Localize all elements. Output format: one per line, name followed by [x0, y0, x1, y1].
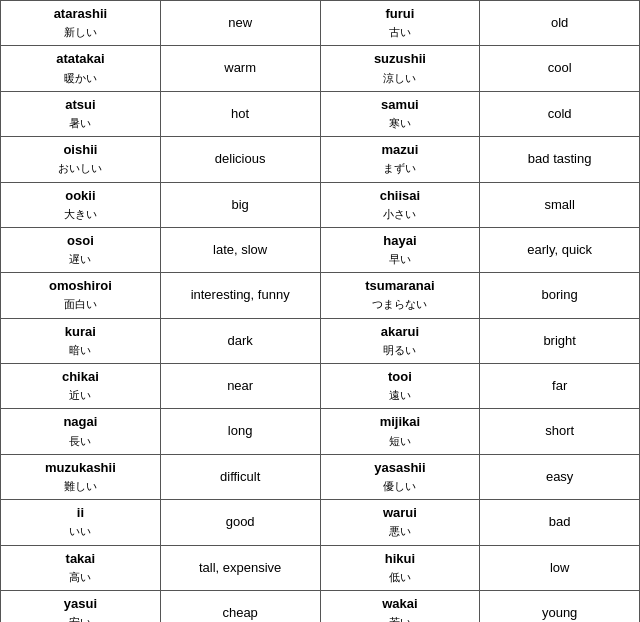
- word1-label: ookii: [65, 188, 95, 203]
- table-row: iiいいgoodwarui悪いbad: [1, 500, 640, 545]
- word1-cell: osoi遅い: [1, 227, 161, 272]
- meaning1-cell: interesting, funny: [160, 273, 320, 318]
- word1-label: omoshiroi: [49, 278, 112, 293]
- meaning2-label: young: [542, 605, 577, 620]
- meaning1-cell: hot: [160, 91, 320, 136]
- word1-kana: おいしい: [58, 162, 102, 174]
- meaning2-label: easy: [546, 469, 573, 484]
- word1-label: muzukashii: [45, 460, 116, 475]
- word2-kana: 早い: [389, 253, 411, 265]
- word2-label: tsumaranai: [365, 278, 434, 293]
- word2-cell: samui寒い: [320, 91, 480, 136]
- word2-kana: 優しい: [383, 480, 416, 492]
- word2-cell: suzushii涼しい: [320, 46, 480, 91]
- meaning2-cell: bad tasting: [480, 137, 640, 182]
- meaning2-label: far: [552, 378, 567, 393]
- word1-kana: 遅い: [69, 253, 91, 265]
- meaning2-label: bad: [549, 514, 571, 529]
- word1-cell: muzukashii難しい: [1, 454, 161, 499]
- word1-label: oishii: [63, 142, 97, 157]
- meaning1-label: big: [231, 197, 248, 212]
- word1-kana: 面白い: [64, 298, 97, 310]
- table-row: nagai長いlongmijikai短いshort: [1, 409, 640, 454]
- word2-label: mazui: [381, 142, 418, 157]
- meaning2-cell: early, quick: [480, 227, 640, 272]
- word2-kana: まずい: [383, 162, 416, 174]
- meaning1-cell: good: [160, 500, 320, 545]
- word2-label: yasashii: [374, 460, 425, 475]
- meaning1-cell: long: [160, 409, 320, 454]
- table-row: atsui暑いhotsamui寒いcold: [1, 91, 640, 136]
- table-row: omoshiroi面白いinteresting, funnytsumaranai…: [1, 273, 640, 318]
- word2-kana: 寒い: [389, 117, 411, 129]
- word2-label: hikui: [385, 551, 415, 566]
- table-row: yasui安いcheapwakai若いyoung: [1, 590, 640, 622]
- meaning1-label: delicious: [215, 151, 266, 166]
- word1-kana: 難しい: [64, 480, 97, 492]
- table-row: chikai近いneartooi遠いfar: [1, 364, 640, 409]
- meaning2-cell: cool: [480, 46, 640, 91]
- word2-kana: 遠い: [389, 389, 411, 401]
- word1-kana: 暑い: [69, 117, 91, 129]
- word1-label: ii: [77, 505, 84, 520]
- word1-cell: nagai長い: [1, 409, 161, 454]
- word2-kana: 古い: [389, 26, 411, 38]
- meaning1-label: hot: [231, 106, 249, 121]
- meaning2-cell: far: [480, 364, 640, 409]
- table-row: ookii大きいbigchiisai小さいsmall: [1, 182, 640, 227]
- word1-label: nagai: [63, 414, 97, 429]
- table-row: oishiiおいしいdeliciousmazuiまずいbad tasting: [1, 137, 640, 182]
- word1-label: atarashii: [54, 6, 107, 21]
- meaning1-label: good: [226, 514, 255, 529]
- meaning2-label: short: [545, 423, 574, 438]
- word1-label: takai: [66, 551, 96, 566]
- word2-kana: 小さい: [383, 208, 416, 220]
- table-row: takai高いtall, expensivehikui低いlow: [1, 545, 640, 590]
- meaning1-cell: warm: [160, 46, 320, 91]
- word2-label: chiisai: [380, 188, 420, 203]
- word2-label: hayai: [383, 233, 416, 248]
- meaning1-label: tall, expensive: [199, 560, 281, 575]
- meaning2-cell: old: [480, 1, 640, 46]
- meaning2-label: old: [551, 15, 568, 30]
- meaning2-label: boring: [542, 287, 578, 302]
- word1-kana: 暖かい: [64, 72, 97, 84]
- word1-cell: atsui暑い: [1, 91, 161, 136]
- word1-cell: yasui安い: [1, 590, 161, 622]
- word2-kana: つまらない: [372, 298, 427, 310]
- table-row: kurai暗いdarkakarui明るいbright: [1, 318, 640, 363]
- word1-kana: 新しい: [64, 26, 97, 38]
- meaning1-cell: difficult: [160, 454, 320, 499]
- word2-label: mijikai: [380, 414, 420, 429]
- word2-cell: mazuiまずい: [320, 137, 480, 182]
- table-row: atatakai暖かいwarmsuzushii涼しいcool: [1, 46, 640, 91]
- word1-kana: 大きい: [64, 208, 97, 220]
- meaning1-label: near: [227, 378, 253, 393]
- meaning1-label: new: [228, 15, 252, 30]
- word2-label: furui: [385, 6, 414, 21]
- word2-cell: tsumaranaiつまらない: [320, 273, 480, 318]
- meaning1-cell: dark: [160, 318, 320, 363]
- word2-cell: yasashii優しい: [320, 454, 480, 499]
- word2-cell: chiisai小さい: [320, 182, 480, 227]
- word2-cell: tooi遠い: [320, 364, 480, 409]
- word1-label: atsui: [65, 97, 95, 112]
- meaning2-label: low: [550, 560, 570, 575]
- word2-label: akarui: [381, 324, 419, 339]
- meaning2-cell: low: [480, 545, 640, 590]
- word2-cell: mijikai短い: [320, 409, 480, 454]
- word2-kana: 明るい: [383, 344, 416, 356]
- word1-label: atatakai: [56, 51, 104, 66]
- word1-kana: 長い: [69, 435, 91, 447]
- word1-cell: ookii大きい: [1, 182, 161, 227]
- word1-cell: iiいい: [1, 500, 161, 545]
- word1-cell: oishiiおいしい: [1, 137, 161, 182]
- word2-kana: 短い: [389, 435, 411, 447]
- meaning2-label: small: [544, 197, 574, 212]
- word1-kana: 暗い: [69, 344, 91, 356]
- word1-kana: 高い: [69, 571, 91, 583]
- meaning1-label: long: [228, 423, 253, 438]
- word1-cell: atarashii新しい: [1, 1, 161, 46]
- meaning2-cell: easy: [480, 454, 640, 499]
- word1-cell: omoshiroi面白い: [1, 273, 161, 318]
